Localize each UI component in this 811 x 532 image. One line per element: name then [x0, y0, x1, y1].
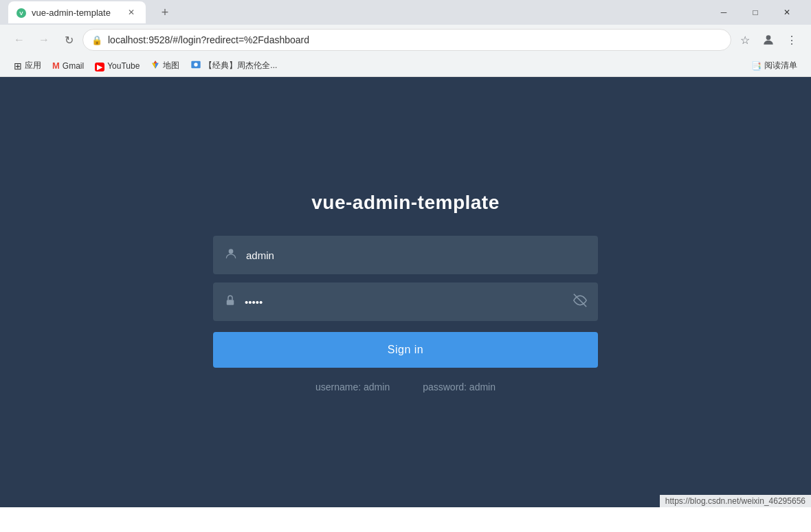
close-button[interactable]: ✕ — [771, 0, 803, 25]
bookmark-star-button[interactable]: ☆ — [734, 29, 756, 51]
reading-list-label: 阅读清单 — [764, 60, 797, 71]
address-url: localhost:9528/#/login?redirect=%2Fdashb… — [108, 34, 722, 45]
bookmarks-bar: ⊞ 应用 M Gmail ▶ YouTube 地图 【经典】周杰伦全... � — [0, 55, 811, 77]
sign-in-button[interactable]: Sign in — [213, 332, 598, 368]
username-input[interactable] — [246, 250, 587, 261]
svg-point-0 — [766, 35, 771, 40]
window-controls: ─ □ ✕ — [708, 0, 803, 25]
title-bar: V vue-admin-template ✕ + ─ □ ✕ — [0, 0, 811, 25]
bookmark-apps-label: 应用 — [25, 60, 41, 71]
bookmark-gmail[interactable]: M Gmail — [47, 58, 89, 74]
reload-button[interactable]: ↻ — [58, 29, 80, 51]
hint-username: username: admin — [315, 381, 390, 392]
status-link: https://blog.csdn.net/weixin_46295656 — [665, 496, 806, 506]
hint-text: username: admin password: admin — [213, 381, 598, 392]
bookmark-classic-label: 【经典】周杰伦全... — [204, 60, 277, 71]
menu-button[interactable]: ⋮ — [781, 29, 803, 51]
svg-point-6 — [195, 63, 198, 66]
classic-icon — [190, 59, 201, 72]
new-tab-button[interactable]: + — [154, 1, 176, 23]
active-tab[interactable]: V vue-admin-template ✕ — [8, 1, 146, 23]
login-form: Sign in username: admin password: admin — [213, 236, 598, 392]
username-input-wrapper — [213, 236, 598, 274]
maps-icon — [151, 60, 160, 71]
youtube-icon: ▶ — [95, 60, 104, 71]
reading-list-button[interactable]: 📑 阅读清单 — [746, 57, 803, 74]
page-content: vue-admin-template Sign in username: adm… — [0, 77, 811, 507]
back-button[interactable]: ← — [8, 29, 30, 51]
toolbar-actions: ☆ ⋮ — [734, 29, 803, 51]
toolbar: ← → ↻ 🔒 localhost:9528/#/login?redirect=… — [0, 25, 811, 55]
browser-chrome: V vue-admin-template ✕ + ─ □ ✕ ← → ↻ 🔒 l… — [0, 0, 811, 77]
tab-close-button[interactable]: ✕ — [125, 6, 137, 19]
password-input[interactable] — [245, 296, 565, 308]
lock-field-icon — [224, 294, 236, 310]
eye-toggle-icon[interactable] — [573, 293, 587, 310]
hint-password: password: admin — [423, 381, 496, 392]
svg-rect-8 — [227, 300, 234, 305]
svg-marker-4 — [155, 63, 159, 69]
status-bar: https://blog.csdn.net/weixin_46295656 — [660, 495, 811, 507]
bookmark-youtube-label: YouTube — [107, 61, 140, 71]
apps-icon: ⊞ — [14, 60, 22, 71]
svg-marker-3 — [153, 63, 156, 69]
password-input-wrapper — [213, 282, 598, 321]
bookmark-apps[interactable]: ⊞ 应用 — [8, 57, 47, 74]
login-title: vue-admin-template — [311, 192, 500, 214]
forward-button[interactable]: → — [33, 29, 55, 51]
bookmark-youtube[interactable]: ▶ YouTube — [89, 58, 145, 74]
lock-icon: 🔒 — [91, 35, 102, 45]
user-icon — [224, 247, 238, 264]
gmail-icon: M — [52, 60, 60, 71]
bookmark-gmail-label: Gmail — [63, 61, 84, 71]
reading-list-icon: 📑 — [751, 61, 762, 71]
profile-button[interactable] — [757, 29, 779, 51]
bookmark-maps[interactable]: 地图 — [145, 57, 185, 74]
tab-favicon: V — [16, 7, 26, 19]
tab-title: vue-admin-template — [32, 8, 120, 18]
minimize-button[interactable]: ─ — [708, 0, 740, 25]
maximize-button[interactable]: □ — [740, 0, 771, 25]
svg-point-7 — [229, 249, 234, 254]
bookmark-maps-label: 地图 — [163, 60, 179, 71]
address-bar[interactable]: 🔒 localhost:9528/#/login?redirect=%2Fdas… — [82, 29, 731, 51]
bookmark-classic[interactable]: 【经典】周杰伦全... — [185, 56, 282, 75]
